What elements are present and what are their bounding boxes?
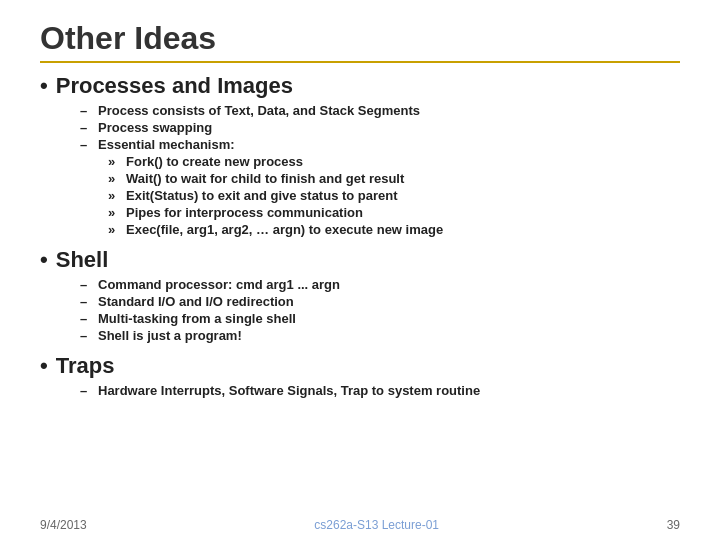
traps-sublist: – Hardware Interrupts, Software Signals,… [40, 383, 680, 398]
section-shell: • Shell – Command processor: cmd arg1 ..… [40, 247, 680, 347]
section-heading-shell: • Shell [40, 247, 680, 273]
sub-sub-item-1: » Wait() to wait for child to finish and… [108, 171, 680, 186]
shell-sub-2: – Multi-tasking from a single shell [80, 311, 680, 326]
section-heading-traps: • Traps [40, 353, 680, 379]
sub-item-1: – Process swapping [80, 120, 680, 135]
sub-item-0: – Process consists of Text, Data, and St… [80, 103, 680, 118]
traps-sub-0: – Hardware Interrupts, Software Signals,… [80, 383, 680, 398]
section-traps: • Traps – Hardware Interrupts, Software … [40, 353, 680, 402]
sub-sub-item-3: » Pipes for interprocess communication [108, 205, 680, 220]
essential-sublist: » Fork() to create new process » Wait() … [80, 154, 680, 237]
sub-sub-item-4: » Exec(file, arg1, arg2, … argn) to exec… [108, 222, 680, 237]
sub-sub-item-2: » Exit(Status) to exit and give status t… [108, 188, 680, 203]
processes-sublist: – Process consists of Text, Data, and St… [40, 103, 680, 237]
slide-title: Other Ideas [40, 20, 680, 57]
shell-sub-0: – Command processor: cmd arg1 ... argn [80, 277, 680, 292]
sub-sub-item-0: » Fork() to create new process [108, 154, 680, 169]
footer-right: 39 [667, 518, 680, 532]
footer-left: 9/4/2013 [40, 518, 87, 532]
footer-center: cs262a-S13 Lecture-01 [314, 518, 439, 532]
shell-sub-1: – Standard I/O and I/O redirection [80, 294, 680, 309]
shell-sub-3: – Shell is just a program! [80, 328, 680, 343]
title-underline [40, 61, 680, 63]
shell-sublist: – Command processor: cmd arg1 ... argn –… [40, 277, 680, 343]
section-heading-processes: • Processes and Images [40, 73, 680, 99]
slide-footer: 9/4/2013 cs262a-S13 Lecture-01 39 [0, 518, 720, 532]
sub-item-2: – Essential mechanism: [80, 137, 680, 152]
section-processes: • Processes and Images – Process consist… [40, 73, 680, 241]
